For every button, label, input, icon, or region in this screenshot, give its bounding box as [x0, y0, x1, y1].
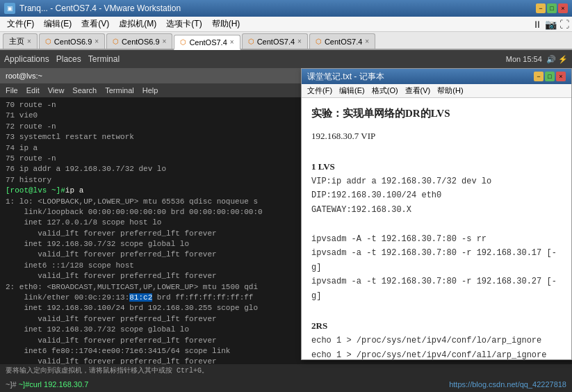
term-menu-terminal[interactable]: Terminal [105, 86, 134, 95]
terminal-title: root@lvs:~ [6, 72, 42, 80]
note-blank2 [311, 217, 562, 232]
note-close[interactable]: × [556, 72, 566, 81]
note-dip-cmd: DIP:192.168.30.100/24 eth0 [311, 188, 562, 202]
bottom-right-url: https://blog.csdn.net/qq_42227818 [449, 380, 566, 389]
tab-centos74-2[interactable]: ⬡ CentOS7.4 × [242, 33, 308, 49]
tab-centos69-1[interactable]: ⬡ CentOS6.9 × [39, 33, 105, 49]
bottom-status-bar: ~]# ~]#curl 192.168.30.7 https://blog.cs… [0, 377, 572, 392]
tab-centos74-active-label: CentOS7.4 [189, 38, 227, 47]
tab-centos74-3-label: CentOS7.4 [325, 38, 362, 46]
title-bar-controls: − □ × [536, 3, 568, 13]
tab-centos74-3-close[interactable]: × [365, 38, 369, 45]
tab-centos74-active[interactable]: ⬡ CentOS7.4 × [174, 35, 240, 50]
menu-tabs[interactable]: 选项卡(T) [162, 17, 206, 31]
note-gw-cmd: GATEWAY:192.168.30.X [311, 203, 562, 217]
clock-display: Mon 15:54 [506, 55, 542, 63]
note-title: 课堂笔记.txt - 记事本 [307, 71, 384, 83]
note-menu-help[interactable]: 帮助(H) [437, 85, 463, 96]
note-maximize[interactable]: □ [545, 72, 555, 81]
tab-home-label: 主页 [9, 36, 24, 47]
bottom-left-status: ~]# ~]#curl 192.168.30.7 [6, 380, 88, 389]
terminal-menu[interactable]: Terminal [88, 54, 120, 64]
menu-help[interactable]: 帮助(H) [208, 17, 245, 31]
tab-centos69-2[interactable]: ⬡ CentOS6.9 × [106, 33, 172, 49]
tab-centos74-2-close[interactable]: × [297, 38, 302, 45]
note-title-controls: − □ × [534, 72, 566, 81]
centos-bar-left: Applications Places Terminal [4, 54, 120, 64]
prompt-bottom: ~]# [6, 380, 17, 389]
note-section2: 2RS [311, 318, 562, 334]
tab-centos74-active-close[interactable]: × [230, 38, 234, 46]
close-button[interactable]: × [558, 3, 568, 13]
term-menu-file[interactable]: File [6, 86, 18, 95]
term-menu-view[interactable]: View [48, 86, 65, 95]
tab-home-close[interactable]: × [27, 38, 31, 45]
fullscreen-icon[interactable]: ⛶ [559, 19, 569, 30]
tab-centos69-2-label: CentOS6.9 [122, 38, 159, 46]
note-ipvsadm-1: ipvsadm -A -t 192.168.30.7:80 -s rr [311, 232, 562, 246]
tab-home[interactable]: 主页 × [3, 33, 38, 49]
tab-centos74-2-label: CentOS7.4 [257, 38, 295, 46]
menu-edit[interactable]: 编辑(E) [40, 17, 76, 31]
note-menu-view[interactable]: 查看(V) [405, 85, 431, 96]
note-title-line: 实验：实现单网络的DR的LVS [311, 105, 562, 123]
term-menu-edit[interactable]: Edit [26, 86, 40, 95]
note-rs-cmd-2: echo 1 > /proc/sys/net/ipv4/conf/all/arp… [311, 348, 562, 359]
title-bar-left: ▣ Tranq... - CentOS7.4 - VMware Workstat… [4, 3, 181, 14]
note-menu-file[interactable]: 文件(F) [307, 85, 332, 96]
tab-centos69-1-close[interactable]: × [95, 38, 99, 45]
tab-centos69-2-close[interactable]: × [163, 38, 167, 45]
note-menu-edit[interactable]: 编辑(E) [339, 85, 365, 96]
note-section1: 1 LVS [311, 159, 562, 174]
note-vip-cmd: VIP:ip addr a 192.168.30.7/32 dev lo [311, 174, 562, 188]
minimize-button[interactable]: − [536, 3, 546, 13]
menu-file[interactable]: 文件(F) [3, 17, 38, 31]
centos-icon-1: ⬡ [45, 38, 51, 45]
centos-icon-3: ⬡ [180, 38, 186, 46]
note-rs-cmd-1: echo 1 > /proc/sys/net/ipv4/conf/lo/arp_… [311, 334, 562, 348]
note-blank1 [311, 144, 562, 159]
note-title-bar: 课堂笔记.txt - 记事本 − □ × [302, 69, 571, 84]
places-menu[interactable]: Places [56, 54, 81, 64]
maximize-button[interactable]: □ [547, 3, 557, 13]
snapshot-icon[interactable]: 📷 [545, 19, 557, 30]
tab-centos69-1-label: CentOS6.9 [54, 38, 92, 46]
bottom-status-text: 要将输入定向到该虚拟机，请将鼠标指针移入其中或按 Ctrl+G。 [6, 366, 209, 375]
centos-icon-5: ⬡ [316, 38, 322, 45]
pause-icon[interactable]: ⏸ [532, 19, 542, 30]
tab-centos74-3[interactable]: ⬡ CentOS7.4 × [309, 33, 375, 49]
centos-icon-4: ⬡ [248, 38, 254, 45]
menu-view[interactable]: 查看(V) [77, 17, 113, 31]
centos-bar-right: Mon 15:54 🔊 ⚡ [506, 55, 568, 64]
title-bar: ▣ Tranq... - CentOS7.4 - VMware Workstat… [0, 0, 572, 17]
note-content: 实验：实现单网络的DR的LVS 192.168.30.7 VIP 1 LVS V… [302, 98, 571, 359]
applications-menu[interactable]: Applications [4, 54, 49, 64]
note-menu-format[interactable]: 格式(O) [372, 85, 398, 96]
menu-bar: 文件(F) 编辑(E) 查看(V) 虚拟机(M) 选项卡(T) 帮助(H) ⏸ … [0, 17, 572, 32]
note-vip: 192.168.30.7 VIP [311, 129, 562, 144]
tab-bar: 主页 × ⬡ CentOS6.9 × ⬡ CentOS6.9 × ⬡ CentO… [0, 32, 572, 50]
vmware-window: ▣ Tranq... - CentOS7.4 - VMware Workstat… [0, 0, 572, 392]
window-title: Tranq... - CentOS7.4 - VMware Workstatio… [19, 3, 181, 13]
note-ipvsadm-3: ipvsadm -a -t 192.168.30.7:80 -r 192.168… [311, 275, 562, 303]
note-minimize[interactable]: − [534, 72, 544, 81]
note-blank3 [311, 303, 562, 318]
term-menu-search[interactable]: Search [72, 86, 97, 95]
centos-gnome-bar: Applications Places Terminal Mon 15:54 🔊… [0, 50, 572, 68]
note-window: 课堂笔记.txt - 记事本 − □ × 文件(F) 编辑(E) 格式(O) 查… [301, 68, 572, 360]
toolbar-right: ⏸ 📷 ⛶ [532, 19, 569, 30]
menu-vm[interactable]: 虚拟机(M) [115, 17, 161, 31]
note-menu-bar: 文件(F) 编辑(E) 格式(O) 查看(V) 帮助(H) [302, 84, 571, 98]
terminal-bottom-status: 要将输入定向到该虚拟机，请将鼠标指针移入其中或按 Ctrl+G。 [0, 364, 572, 377]
term-menu-help[interactable]: Help [142, 86, 158, 95]
centos-icon-2: ⬡ [113, 38, 119, 45]
note-ipvsadm-2: ipvsadm -a -t 192.168.30.7:80 -r 192.168… [311, 246, 562, 275]
vmware-icon: ▣ [4, 3, 15, 14]
main-area: root@lvs:~ − □ × File Edit View Search T… [0, 68, 572, 377]
bottom-cmd-text: ~]#curl 192.168.30.7 [19, 380, 89, 389]
